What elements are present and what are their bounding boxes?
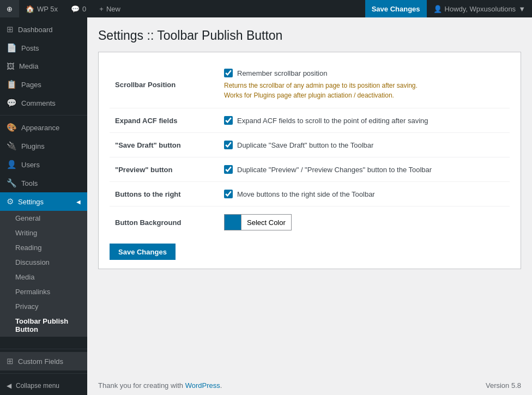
posts-icon: 📄	[7, 43, 17, 53]
settings-arrow-icon: ◀	[76, 199, 81, 205]
sidebar-item-users[interactable]: 👤 Users	[0, 155, 87, 174]
scrollbar-position-checkbox-label: Remember scrollbar position	[237, 69, 327, 77]
scrollbar-position-checkbox[interactable]	[224, 69, 233, 77]
site-name[interactable]: 🏠 WP 5x	[19, 0, 64, 17]
sidebar-item-label: Posts	[21, 44, 39, 52]
submenu-item-permalinks[interactable]: Permalinks	[0, 284, 87, 299]
sidebar-item-settings[interactable]: ⚙ Settings ◀	[0, 192, 87, 211]
pages-icon: 📋	[7, 80, 17, 89]
plugins-icon: 🔌	[7, 141, 17, 151]
submenu-item-privacy[interactable]: Privacy	[0, 299, 87, 314]
footer: Thank you for creating with WordPress. V…	[87, 376, 532, 395]
plus-icon: +	[99, 5, 104, 13]
wordpress-link[interactable]: WordPress	[185, 381, 220, 390]
preview-checkbox[interactable]	[224, 165, 233, 174]
buttons-right-checkbox-label: Move buttons to the right side of the To…	[237, 190, 375, 198]
tools-icon: 🔧	[7, 178, 17, 188]
version-text: Version 5.8	[486, 381, 521, 390]
buttons-right-checkbox[interactable]	[224, 190, 233, 198]
top-save-changes-button[interactable]: Save Changes	[365, 0, 427, 17]
home-icon: 🏠	[26, 5, 34, 13]
select-color-button[interactable]: Select Color	[241, 214, 292, 230]
color-picker-row: Select Color	[224, 214, 504, 230]
expand-acf-checkbox-row: Expand ACF fields to scroll to the point…	[224, 116, 504, 125]
admin-bar: ⊕ 🏠 WP 5x 💬 0 + New Save Changes 👤 Howdy…	[0, 0, 532, 17]
scrollbar-position-hint: Returns the scrollbar of any admin page …	[224, 81, 504, 100]
howdy-chevron-icon: ▼	[518, 5, 525, 13]
separator-2	[0, 349, 87, 349]
separator-3	[0, 373, 87, 374]
button-background-row: Button Background Select Color	[110, 206, 510, 239]
expand-acf-checkbox[interactable]	[224, 116, 233, 125]
sidebar: ⊞ Dashboard 📄 Posts 🖼 Media 📋 Pages 💬 Co…	[0, 17, 87, 395]
save-draft-row: "Save Draft" button Duplicate "Save Draf…	[110, 133, 510, 157]
submenu-item-general[interactable]: General	[0, 211, 87, 226]
content-area: Settings :: Toolbar Publish Button Scrol…	[87, 17, 532, 376]
collapse-menu[interactable]: ◀ Collapse menu	[0, 376, 87, 395]
comments-link[interactable]: 💬 0	[64, 0, 93, 17]
save-draft-label: "Save Draft" button	[110, 133, 219, 157]
sidebar-item-label: Comments	[21, 99, 56, 107]
scrollbar-position-row: Scrollbar Position Remember scrollbar po…	[110, 61, 510, 108]
buttons-right-checkbox-row: Move buttons to the right side of the To…	[224, 190, 504, 198]
howdy-menu[interactable]: 👤 Howdy, Wpxusolutions ▼	[427, 0, 532, 17]
sidebar-item-label: Pages	[21, 81, 41, 89]
sidebar-item-label: Dashboard	[18, 26, 53, 34]
save-draft-checkbox-label: Duplicate "Save Draft" button to the Too…	[237, 141, 373, 149]
footer-thank-you-text: Thank you for creating with	[98, 381, 185, 390]
preview-checkbox-label: Duplicate "Preview" / "Preview Changes" …	[237, 166, 432, 174]
media-icon: 🖼	[7, 62, 15, 71]
users-icon: 👤	[7, 160, 17, 169]
expand-acf-checkbox-label: Expand ACF fields to scroll to the point…	[237, 117, 428, 125]
expand-acf-row: Expand ACF fields Expand ACF fields to s…	[110, 108, 510, 133]
sidebar-item-pages[interactable]: 📋 Pages	[0, 75, 87, 94]
submenu-item-reading[interactable]: Reading	[0, 240, 87, 255]
sidebar-item-label: Appearance	[21, 124, 59, 132]
sidebar-item-appearance[interactable]: 🎨 Appearance	[0, 118, 87, 137]
sidebar-item-media[interactable]: 🖼 Media	[0, 57, 87, 75]
sidebar-item-tools[interactable]: 🔧 Tools	[0, 174, 87, 192]
page-title: Settings :: Toolbar Publish Button	[98, 28, 521, 43]
sidebar-item-label: Settings	[18, 198, 44, 206]
sidebar-item-plugins[interactable]: 🔌 Plugins	[0, 137, 87, 155]
save-draft-checkbox-row: Duplicate "Save Draft" button to the Too…	[224, 141, 504, 149]
submenu-item-toolbar-publish[interactable]: Toolbar Publish Button	[0, 314, 87, 337]
submenu-item-writing[interactable]: Writing	[0, 226, 87, 240]
wp-logo[interactable]: ⊕	[0, 0, 19, 17]
avatar: 👤	[433, 5, 442, 13]
sidebar-item-label: Media	[19, 62, 38, 70]
save-changes-button[interactable]: Save Changes	[110, 244, 176, 260]
preview-button-row: "Preview" button Duplicate "Preview" / "…	[110, 157, 510, 182]
color-swatch[interactable]	[224, 214, 241, 230]
buttons-right-label: Buttons to the right	[110, 182, 219, 206]
settings-card: Scrollbar Position Remember scrollbar po…	[98, 52, 521, 269]
buttons-right-row: Buttons to the right Move buttons to the…	[110, 182, 510, 206]
settings-submenu: General Writing Reading Discussion Media…	[0, 211, 87, 337]
scrollbar-position-label: Scrollbar Position	[110, 61, 219, 108]
submenu-item-media[interactable]: Media	[0, 270, 87, 284]
sidebar-item-label: Tools	[21, 179, 38, 187]
appearance-icon: 🎨	[7, 123, 17, 132]
separator	[0, 115, 87, 116]
wp-logo-icon: ⊕	[7, 5, 13, 13]
button-background-label: Button Background	[110, 206, 219, 239]
sidebar-item-comments[interactable]: 💬 Comments	[0, 94, 87, 112]
sidebar-item-label: Custom Fields	[18, 357, 63, 366]
sidebar-item-label: Users	[21, 161, 40, 169]
sidebar-item-posts[interactable]: 📄 Posts	[0, 39, 87, 57]
save-draft-checkbox[interactable]	[224, 141, 233, 149]
preview-button-label: "Preview" button	[110, 157, 219, 182]
sidebar-item-custom-fields[interactable]: ⊞ Custom Fields	[0, 352, 87, 370]
settings-icon: ⚙	[7, 197, 14, 206]
expand-acf-label: Expand ACF fields	[110, 108, 219, 133]
dashboard-icon: ⊞	[7, 25, 14, 34]
custom-fields-icon: ⊞	[7, 356, 14, 366]
preview-checkbox-row: Duplicate "Preview" / "Preview Changes" …	[224, 165, 504, 174]
sidebar-item-dashboard[interactable]: ⊞ Dashboard	[0, 20, 87, 39]
new-content[interactable]: + New	[93, 0, 127, 17]
scrollbar-position-checkbox-row: Remember scrollbar position	[224, 69, 504, 77]
comment-icon: 💬	[71, 5, 80, 13]
submenu-item-discussion[interactable]: Discussion	[0, 255, 87, 270]
collapse-icon: ◀	[7, 382, 11, 390]
sidebar-item-label: Plugins	[21, 142, 45, 150]
